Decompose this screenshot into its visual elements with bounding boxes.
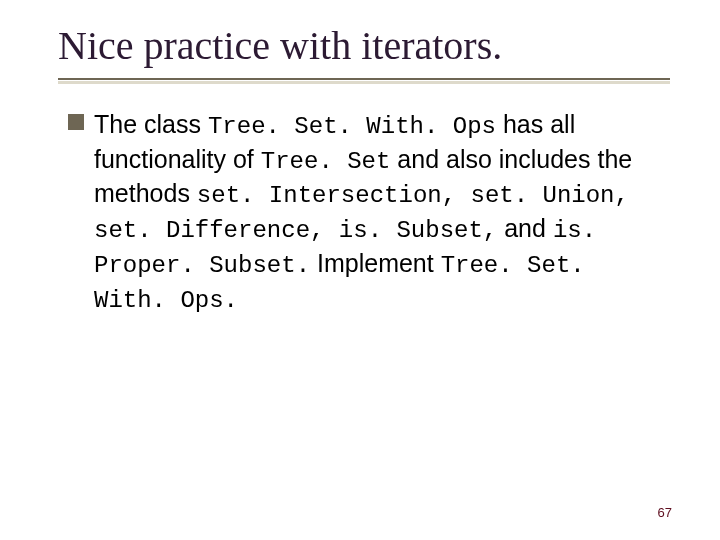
- text-run-5: Implement: [310, 249, 441, 277]
- bullet-item: The class Tree. Set. With. Ops has all f…: [68, 108, 650, 316]
- page-number: 67: [658, 505, 672, 520]
- code-run-1: Tree. Set. With. Ops: [208, 113, 496, 140]
- divider-shadow: [58, 81, 670, 84]
- text-run-4: and: [497, 214, 553, 242]
- slide-title: Nice practice with iterators.: [58, 22, 670, 69]
- bullet-square-icon: [68, 114, 84, 130]
- text-run-1: The class: [94, 110, 208, 138]
- divider-line: [58, 78, 670, 80]
- code-run-2: Tree. Set: [261, 148, 391, 175]
- bullet-text: The class Tree. Set. With. Ops has all f…: [94, 108, 650, 316]
- slide-body: The class Tree. Set. With. Ops has all f…: [68, 108, 650, 316]
- title-underline: [58, 78, 670, 84]
- slide: Nice practice with iterators. The class …: [0, 0, 720, 540]
